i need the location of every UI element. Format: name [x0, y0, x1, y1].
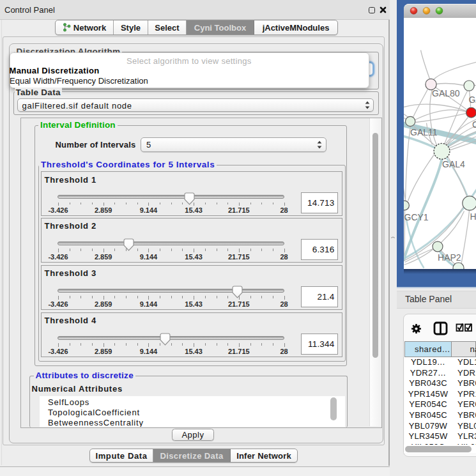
svg-text:CY: CY — [472, 119, 476, 130]
svg-text:GAL11: GAL11 — [410, 127, 438, 137]
svg-text:HI: HI — [470, 211, 476, 222]
svg-text:HAP2: HAP2 — [438, 252, 461, 262]
svg-text:GAL4: GAL4 — [442, 159, 465, 169]
svg-text:GAL80: GAL80 — [432, 88, 460, 98]
svg-text:GA: GA — [468, 94, 476, 104]
svg-text:GCY1: GCY1 — [404, 212, 428, 222]
